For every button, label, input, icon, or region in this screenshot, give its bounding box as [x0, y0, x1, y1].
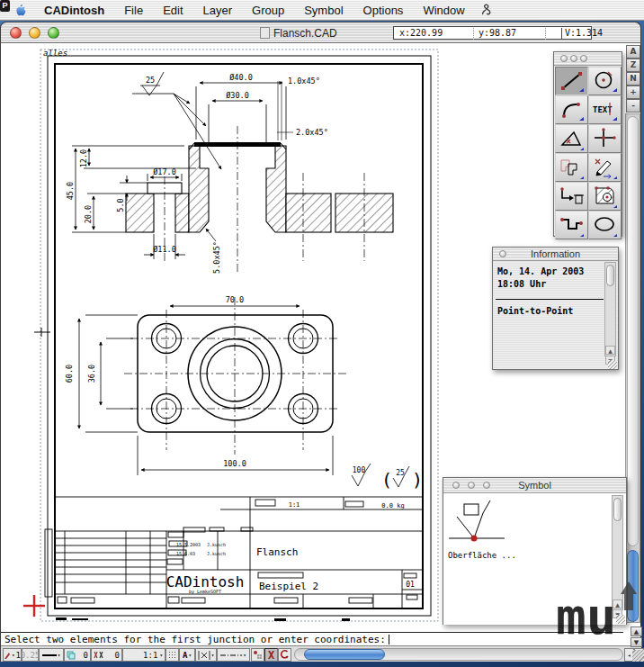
apple-menu-icon[interactable] — [13, 2, 27, 18]
polyline-tool-button[interactable] — [555, 211, 588, 239]
info-scrollbar-thumb[interactable] — [606, 265, 614, 286]
surface-finish-symbol[interactable] — [445, 497, 517, 551]
copy-tool-icon — [557, 155, 586, 180]
coord-v: V:1.314 — [565, 28, 603, 38]
menu-item-symbol[interactable]: Symbol — [294, 4, 353, 17]
svg-text:1:1: 1:1 — [289, 501, 300, 509]
layer-selector[interactable]: 0 — [64, 648, 91, 662]
svg-text:(: ( — [381, 469, 392, 491]
symbol-palette-titlebar[interactable]: Symbol — [443, 478, 626, 493]
layer-label: alles — [43, 49, 67, 58]
svg-text:Flansch: Flansch — [256, 546, 298, 558]
palette-close-icon[interactable] — [499, 250, 506, 257]
vertical-scrollbar-track-pill[interactable] — [627, 116, 639, 546]
snap-point-toggle[interactable] — [251, 648, 264, 662]
arc-tool-button[interactable] — [555, 95, 588, 124]
title-block — [45, 497, 423, 608]
info-palette-titlebar[interactable]: Information — [493, 248, 618, 261]
palette-close-icon[interactable] — [560, 55, 568, 62]
close-button[interactable] — [10, 27, 22, 39]
pen-selector[interactable]: ▾1 — [3, 648, 22, 662]
line-style-icon — [42, 653, 57, 657]
status-prompt-bar[interactable]: Select two elements for the first juncti… — [1, 632, 623, 645]
menu-item-options[interactable]: Options — [353, 4, 414, 17]
arc-tool-icon — [557, 97, 586, 122]
zoom-in-button[interactable]: + — [626, 86, 640, 99]
horizontal-scrollbar[interactable] — [294, 648, 623, 661]
group-selector[interactable]: 0 — [91, 648, 122, 662]
coord-x: x:220.99 — [399, 28, 443, 38]
watermark-text: mu — [556, 587, 616, 641]
svg-text:1.0x45°: 1.0x45° — [288, 77, 320, 86]
svg-text:J.kusch: J.kusch — [207, 551, 226, 556]
svg-text:by LemkeSOFT: by LemkeSOFT — [189, 589, 221, 595]
text-tool-button[interactable]: TEXT — [588, 95, 622, 124]
angle-tool-button[interactable] — [555, 124, 588, 153]
dimension-style-selector[interactable]: ▾ — [195, 648, 217, 662]
palette-minimize-icon[interactable] — [468, 482, 475, 489]
scissors-menu-icon[interactable] — [480, 3, 493, 17]
svg-text:J.kusch: J.kusch — [207, 542, 226, 547]
rotate-mode-button[interactable] — [278, 648, 291, 662]
zoom-all-button[interactable]: A — [626, 45, 640, 59]
font-selector[interactable]: A▾ — [179, 648, 195, 662]
dashdot-style-selector[interactable]: ▾ — [217, 648, 250, 662]
copy-tool-button[interactable] — [555, 153, 588, 182]
info-scrollbar[interactable] — [604, 262, 616, 356]
window-title: Flansch.CAD — [273, 27, 337, 40]
svg-text:25: 25 — [396, 469, 405, 477]
angle-tool-icon — [557, 126, 586, 151]
menu-item-cadintosh[interactable]: CADintosh — [34, 4, 114, 17]
svg-text:100.0: 100.0 — [223, 459, 246, 468]
horizontal-scrollbar-thumb[interactable] — [304, 649, 385, 660]
line-width-field[interactable]: 0.25 — [22, 648, 39, 662]
line-tool-button[interactable] — [555, 67, 588, 95]
hatch-tool-icon — [590, 184, 620, 209]
zoom-out-button[interactable]: - — [626, 99, 640, 113]
snap-tool-button[interactable] — [588, 124, 622, 153]
section-view — [126, 142, 393, 232]
delete-tool-button[interactable] — [555, 182, 588, 211]
ellipse-tool-button[interactable] — [588, 211, 622, 239]
symbol-item-label: Oberfläche ... — [448, 551, 516, 560]
coordinate-readout: x:220.99 y:98.87 V:1.314 — [393, 26, 592, 40]
minimize-button[interactable] — [29, 27, 40, 39]
status-prompt: Select two elements for the first juncti… — [4, 634, 386, 645]
tool-palette-titlebar[interactable] — [554, 52, 622, 66]
info-resize-grip[interactable] — [608, 360, 617, 369]
crosshair-cursor — [23, 595, 45, 617]
pen-icon — [4, 651, 11, 660]
menu-item-layer[interactable]: Layer — [193, 4, 243, 17]
screenshot-badge: P — [0, 0, 10, 12]
delete-mode-button[interactable]: X — [264, 648, 278, 662]
circle-tool-icon — [590, 68, 620, 94]
grid-toggle[interactable] — [165, 648, 179, 662]
palette-close-icon[interactable] — [452, 482, 460, 489]
menu-item-group[interactable]: Group — [242, 4, 294, 17]
edit-tool-button[interactable] — [588, 153, 622, 182]
window-resize-grip[interactable] — [632, 650, 644, 662]
svg-text:15.6.03: 15.6.03 — [176, 551, 195, 556]
info-divider — [496, 299, 604, 300]
zoom-button[interactable] — [48, 27, 59, 39]
circle-tool-button[interactable] — [588, 67, 622, 95]
svg-text:2.0x45°: 2.0x45° — [296, 128, 328, 137]
line-style-selector[interactable]: ▾ — [39, 648, 64, 662]
menu-item-file[interactable]: File — [114, 4, 153, 17]
menu-item-window[interactable]: Window — [413, 4, 474, 17]
palette-dot-icon — [580, 55, 587, 62]
menu-bar: CADintosh File Edit Layer Group Symbol O… — [0, 0, 644, 21]
svg-text:Ø40.0: Ø40.0 — [229, 73, 253, 82]
symbol-scrollbar-thumb[interactable] — [613, 498, 622, 521]
dimension-icon — [198, 651, 210, 660]
svg-text:70.0: 70.0 — [226, 295, 244, 304]
info-scroll-up[interactable]: ▲ — [605, 346, 615, 355]
hatch-tool-button[interactable] — [588, 182, 622, 211]
scale-selector[interactable]: 1:1▾ — [122, 648, 165, 662]
zoom-normal-button[interactable]: N — [626, 72, 640, 86]
palette-zoom-icon[interactable] — [483, 482, 490, 489]
zoom-window-button[interactable]: Z — [626, 59, 640, 72]
menu-item-edit[interactable]: Edit — [153, 4, 192, 17]
bottom-toolbar: ▾1 0.25 ▾ 0 0 1:1▾ A▾ ▾ ▾ — [1, 645, 641, 662]
svg-text:Ø17.0: Ø17.0 — [153, 167, 176, 176]
